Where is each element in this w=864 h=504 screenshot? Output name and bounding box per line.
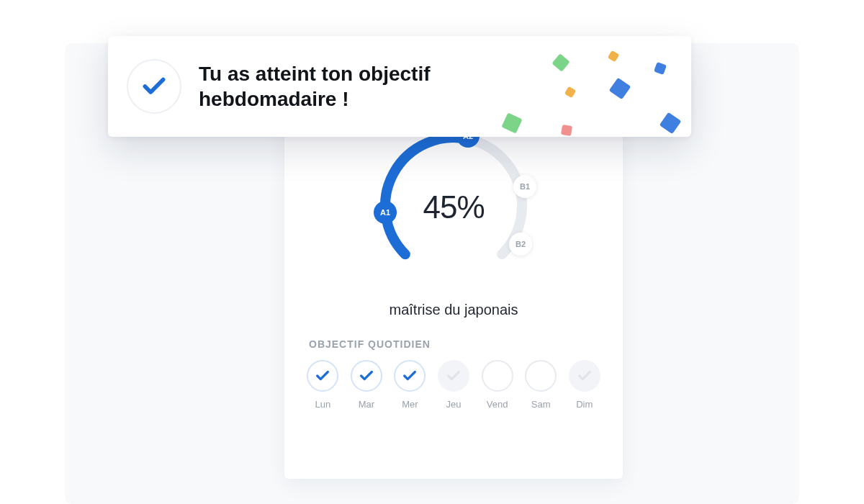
day-tue[interactable]: Mar <box>350 360 384 410</box>
check-icon <box>127 59 181 114</box>
empty-circle-icon <box>525 360 557 392</box>
day-sun[interactable]: Dim <box>567 360 601 410</box>
confetti-icon <box>501 112 522 133</box>
check-icon <box>569 360 600 392</box>
goal-reached-banner: Tu as atteint ton objectif hebdomadaire … <box>108 36 691 137</box>
empty-circle-icon <box>482 360 513 392</box>
day-mon[interactable]: Lun <box>306 360 340 410</box>
day-fri[interactable]: Vend <box>480 360 514 410</box>
confetti-icon <box>561 125 572 136</box>
check-icon <box>351 360 382 392</box>
level-a1-badge: A1 <box>374 201 397 224</box>
confetti-icon <box>660 112 682 135</box>
mastery-gauge: 45% A1 A2 B1 B2 <box>371 123 536 289</box>
day-wed[interactable]: Mer <box>393 360 427 410</box>
confetti-icon <box>608 50 619 62</box>
confetti-icon <box>654 62 667 75</box>
check-icon <box>438 360 469 392</box>
day-label: Vend <box>487 399 508 410</box>
day-label: Dim <box>576 399 593 410</box>
level-b2-badge: B2 <box>509 233 532 256</box>
banner-title: Tu as atteint ton objectif hebdomadaire … <box>199 61 472 112</box>
progress-card: 45% A1 A2 B1 B2 maîtrise du japonais OBJ… <box>284 104 623 479</box>
day-label: Lun <box>315 399 330 410</box>
day-label: Mer <box>402 399 418 410</box>
day-label: Jeu <box>446 399 462 410</box>
daily-goal-row: Lun Mar Mer Jeu Vend Sam <box>306 360 601 410</box>
day-thu[interactable]: Jeu <box>437 360 471 410</box>
day-label: Sam <box>531 399 551 410</box>
confetti-icon <box>609 78 631 100</box>
mastery-label: maîtrise du japonais <box>306 302 601 318</box>
daily-goal-title: OBJECTIF QUOTIDIEN <box>309 338 601 350</box>
check-icon <box>307 360 338 392</box>
day-label: Mar <box>359 399 374 410</box>
check-icon <box>394 360 426 392</box>
level-b1-badge: B1 <box>513 175 536 198</box>
confetti-icon <box>564 86 576 98</box>
day-sat[interactable]: Sam <box>524 360 558 410</box>
confetti-icon <box>552 53 570 71</box>
